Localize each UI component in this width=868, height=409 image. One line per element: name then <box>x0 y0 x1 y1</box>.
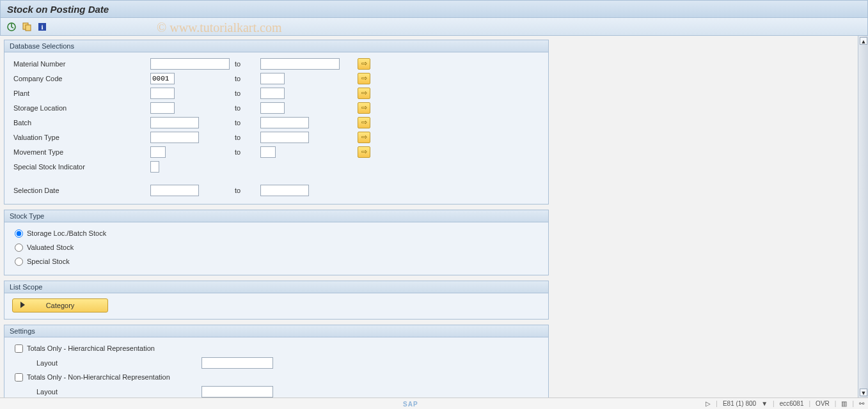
to-label: to <box>235 75 241 82</box>
checkbox-totals-nonhier-label: Totals Only - Non-Hierarchical Represent… <box>27 373 170 381</box>
radio-valuated-stock-input[interactable] <box>15 243 23 252</box>
company-from-input[interactable] <box>150 73 175 84</box>
valtype-to-input[interactable] <box>260 132 309 143</box>
info-button[interactable]: i <box>36 21 48 33</box>
movtype-to-input[interactable] <box>260 146 276 158</box>
group-stock-type: Stock Type Storage Loc./Batch Stock Valu… <box>4 210 549 275</box>
to-label: to <box>235 187 241 194</box>
status-server: ecc6081 <box>780 400 804 407</box>
batch-from-input[interactable] <box>150 117 199 128</box>
arrow-right-icon: ⇨ <box>361 118 367 127</box>
material-from-input[interactable] <box>150 58 230 70</box>
movtype-multiple-selection-button[interactable]: ⇨ <box>358 146 370 158</box>
page-title: Stock on Posting Date <box>7 4 109 15</box>
group-header: List Scope <box>4 281 548 293</box>
valtype-from-input[interactable] <box>150 132 199 143</box>
status-mode: OVR <box>816 400 830 407</box>
triangle-right-icon <box>20 302 25 308</box>
group-header: Database Selections <box>4 40 548 52</box>
arrow-right-icon: ⇨ <box>361 104 367 112</box>
app-toolbar: i <box>0 18 868 36</box>
arrow-right-icon: ⇨ <box>361 148 367 156</box>
vertical-scrollbar[interactable]: ▲ ▼ <box>858 36 868 397</box>
dropdown-icon[interactable]: ▼ <box>761 400 768 407</box>
label-storage-location: Storage Location <box>10 104 150 112</box>
status-bar: SAP ▷ | E81 (1) 800 ▼ | ecc6081 | OVR | … <box>0 397 868 409</box>
label-batch: Batch <box>10 119 150 127</box>
radio-valuated-stock[interactable]: Valuated Stock <box>10 240 543 254</box>
row-company-code: Company Code to ⇨ <box>10 71 543 86</box>
to-label: to <box>235 104 241 112</box>
sap-logo: SAP <box>403 401 418 408</box>
scroll-up-button[interactable]: ▲ <box>860 37 867 45</box>
plant-to-input[interactable] <box>260 88 285 99</box>
status-system: E81 (1) 800 <box>723 400 756 407</box>
seldate-to-input[interactable] <box>260 185 309 196</box>
radio-storage-loc-input[interactable] <box>15 229 23 238</box>
layout1-input[interactable] <box>201 357 273 369</box>
row-layout1: Layout <box>10 355 543 370</box>
label-plant: Plant <box>10 89 150 97</box>
to-label: to <box>235 89 241 97</box>
group-list-scope: List Scope Category <box>4 281 549 320</box>
title-bar: Stock on Posting Date <box>0 0 868 18</box>
group-settings: Settings Totals Only - Hierarchical Repr… <box>4 325 549 397</box>
svg-rect-2 <box>26 25 31 31</box>
row-plant: Plant to ⇨ <box>10 86 543 100</box>
company-multiple-selection-button[interactable]: ⇨ <box>358 73 370 84</box>
checkbox-totals-nonhier[interactable] <box>15 373 23 382</box>
seldate-from-input[interactable] <box>150 185 199 196</box>
execute-button[interactable] <box>6 21 17 33</box>
special-stock-input[interactable] <box>150 161 159 173</box>
to-label: to <box>235 60 241 68</box>
row-layout2: Layout <box>10 384 543 397</box>
variant-icon <box>22 22 32 32</box>
layout2-input[interactable] <box>201 386 273 397</box>
storage-from-input[interactable] <box>150 102 175 114</box>
label-special-stock: Special Stock Indicator <box>10 163 150 171</box>
checkbox-totals-hier[interactable] <box>15 344 23 353</box>
batch-multiple-selection-button[interactable]: ⇨ <box>358 117 370 128</box>
material-to-input[interactable] <box>260 58 340 70</box>
plant-from-input[interactable] <box>150 88 175 99</box>
row-selection-date: Selection Date to <box>10 183 543 197</box>
check-totals-nonhier[interactable]: Totals Only - Non-Hierarchical Represent… <box>10 370 543 384</box>
row-storage-location: Storage Location to ⇨ <box>10 100 543 115</box>
material-multiple-selection-button[interactable]: ⇨ <box>358 58 370 70</box>
row-batch: Batch to ⇨ <box>10 115 543 130</box>
arrow-right-icon: ⇨ <box>361 133 367 141</box>
label-material-number: Material Number <box>10 60 150 68</box>
label-company-code: Company Code <box>10 75 150 82</box>
category-expand-button[interactable]: Category <box>12 298 108 313</box>
radio-special-stock[interactable]: Special Stock <box>10 254 543 268</box>
storage-multiple-selection-button[interactable]: ⇨ <box>358 102 370 114</box>
arrow-right-icon: ⇨ <box>361 74 367 82</box>
scroll-down-button[interactable]: ▼ <box>860 389 867 396</box>
execute-icon <box>6 22 17 32</box>
status-layout-icon[interactable]: ▥ <box>841 400 847 407</box>
label-layout1: Layout <box>10 359 150 367</box>
label-layout2: Layout <box>10 388 150 396</box>
radio-special-stock-input[interactable] <box>15 258 23 266</box>
arrow-right-icon: ⇨ <box>361 59 367 68</box>
valtype-multiple-selection-button[interactable]: ⇨ <box>358 132 370 143</box>
check-totals-hier[interactable]: Totals Only - Hierarchical Representatio… <box>10 341 543 355</box>
get-variant-button[interactable] <box>21 21 33 33</box>
arrow-right-icon: ⇨ <box>361 89 367 97</box>
status-link-icon[interactable]: ⚯ <box>859 400 864 407</box>
group-database-selections: Database Selections Material Number to ⇨… <box>4 40 549 204</box>
storage-to-input[interactable] <box>260 102 285 114</box>
radio-storage-loc[interactable]: Storage Loc./Batch Stock <box>10 226 543 240</box>
checkbox-totals-hier-label: Totals Only - Hierarchical Representatio… <box>27 344 155 352</box>
movtype-from-input[interactable] <box>150 146 166 158</box>
label-selection-date: Selection Date <box>10 187 150 194</box>
svg-text:i: i <box>41 23 43 31</box>
batch-to-input[interactable] <box>260 117 309 128</box>
plant-multiple-selection-button[interactable]: ⇨ <box>358 88 370 99</box>
row-valuation-type: Valuation Type to ⇨ <box>10 130 543 144</box>
radio-storage-loc-label: Storage Loc./Batch Stock <box>27 229 106 237</box>
row-movement-type: Movement Type to ⇨ <box>10 144 543 159</box>
status-nav-icon[interactable]: ▷ <box>706 400 711 407</box>
company-to-input[interactable] <box>260 73 285 84</box>
label-valuation-type: Valuation Type <box>10 134 150 141</box>
